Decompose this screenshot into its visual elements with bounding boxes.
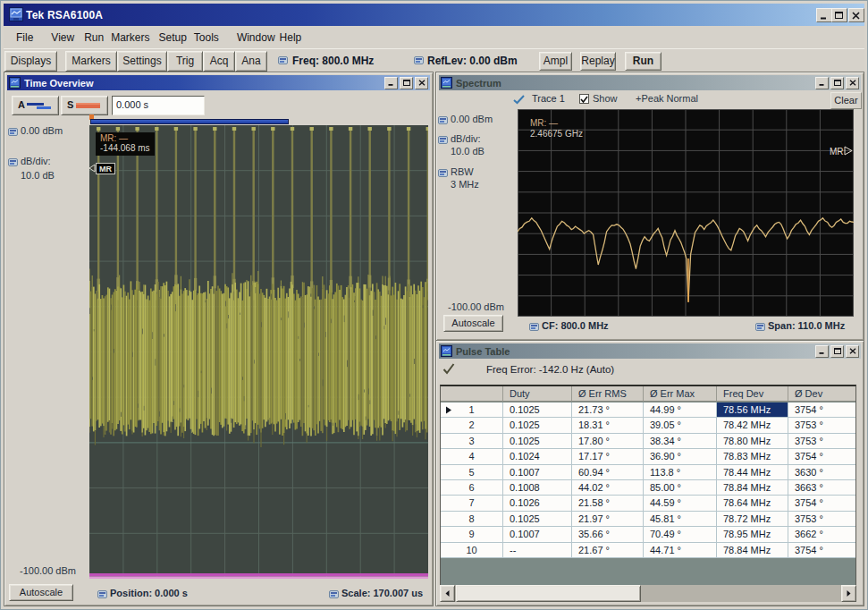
row-number-cell[interactable]: 9 (441, 527, 503, 542)
table-row[interactable]: 20.102518.31 °39.05 °78.42 MHz3753 ° (441, 418, 856, 433)
cell-freq_dev[interactable]: 78.42 MHz (717, 418, 788, 433)
row-number-cell[interactable]: 10 (441, 543, 503, 558)
trace-enabled-check-icon[interactable] (513, 95, 525, 105)
show-checkbox[interactable] (579, 94, 589, 104)
table-row[interactable]: 30.102517.80 °38.34 °78.80 MHz3753 ° (441, 434, 856, 449)
cell-err_max[interactable]: 44.59 ° (644, 496, 717, 511)
row-number-cell[interactable]: 8 (441, 512, 503, 527)
hscroll-left-button[interactable] (440, 585, 455, 602)
pulse-table-maximize-icon[interactable] (830, 345, 844, 358)
cell-duty[interactable]: 0.1025 (503, 434, 572, 449)
cell-freq_dev[interactable]: 78.84 MHz (717, 543, 788, 558)
cell-phase_dev[interactable]: 3630 ° (788, 465, 856, 480)
cf-spin-icon[interactable] (529, 323, 539, 331)
cell-duty[interactable]: -- (503, 543, 572, 558)
scale-readout[interactable]: Scale: 170.007 us (341, 588, 423, 598)
position-readout[interactable]: Position: 0.000 s (110, 588, 188, 598)
sp-autoscale-button[interactable]: Autoscale (443, 315, 503, 332)
cell-err_max[interactable]: 113.8 ° (644, 465, 717, 480)
minimize-button[interactable] (816, 8, 832, 22)
row-number-cell[interactable]: 3 (441, 434, 503, 449)
sp-rbw-spin-icon[interactable] (438, 169, 448, 177)
cell-duty[interactable]: 0.1008 (503, 480, 572, 496)
table-row[interactable]: 90.100735.66 °70.49 °78.95 MHz3662 ° (441, 527, 856, 542)
toolbar-button-markers[interactable]: Markers (65, 51, 117, 72)
cell-freq_dev[interactable]: 78.80 MHz (717, 434, 788, 449)
toolbar-button-displays[interactable]: Displays (4, 51, 57, 72)
menu-item-window[interactable]: Window (237, 31, 275, 44)
close-button[interactable] (848, 8, 864, 22)
cell-err_rms[interactable]: 21.58 ° (572, 496, 644, 511)
time-overview-titlebar[interactable]: Time Overview (7, 75, 430, 90)
cell-err_rms[interactable]: 17.17 ° (572, 449, 644, 464)
cell-err_rms[interactable]: 21.97 ° (572, 512, 644, 527)
column-header-num[interactable] (441, 386, 503, 402)
cell-phase_dev[interactable]: 3753 ° (788, 434, 856, 449)
cell-err_max[interactable]: 70.49 ° (644, 527, 717, 542)
to-dbdiv-spin-icon[interactable] (8, 158, 18, 166)
toolbar-button-replay[interactable]: Replay (580, 52, 616, 71)
cell-phase_dev[interactable]: 3754 ° (788, 449, 856, 464)
table-row[interactable]: 50.100760.94 °113.8 °78.44 MHz3630 ° (441, 465, 856, 480)
cell-err_max[interactable]: 44.99 ° (644, 402, 717, 418)
cell-err_rms[interactable]: 44.02 ° (572, 480, 644, 496)
cell-phase_dev[interactable]: 3663 ° (788, 480, 856, 496)
reflev-spin-icon[interactable] (414, 56, 424, 64)
row-number-cell[interactable]: 4 (441, 449, 503, 464)
cell-duty[interactable]: 0.1025 (503, 402, 572, 418)
toolbar-button-ana[interactable]: Ana (235, 51, 267, 72)
cell-duty[interactable]: 0.1026 (503, 496, 572, 511)
cell-err_max[interactable]: 45.81 ° (644, 512, 717, 527)
column-header-phase_dev[interactable]: Ø Dev (788, 386, 856, 402)
cell-freq_dev[interactable]: 78.72 MHz (717, 512, 788, 527)
position-spin-icon[interactable] (97, 590, 107, 598)
spectrum-titlebar[interactable]: Spectrum (439, 75, 861, 90)
time-overview-minimize-icon[interactable] (384, 77, 398, 89)
sp-toplevel-spin-icon[interactable] (438, 116, 448, 124)
cell-freq_dev[interactable]: 78.56 MHz (717, 402, 788, 418)
toolbar-button-run[interactable]: Run (625, 52, 662, 71)
menu-item-tools[interactable]: Tools (194, 31, 219, 44)
time-position-field[interactable]: 0.000 s (112, 96, 205, 115)
cell-err_rms[interactable]: 21.67 ° (572, 543, 644, 558)
cell-err_rms[interactable]: 18.31 ° (572, 418, 644, 433)
freq-spin-icon[interactable] (278, 56, 288, 64)
toolbar-button-acq[interactable]: Acq (203, 51, 235, 72)
cell-duty[interactable]: 0.1025 (503, 418, 572, 433)
row-number-cell[interactable]: 6 (441, 480, 503, 496)
toolbar-button-settings[interactable]: Settings (117, 51, 167, 72)
column-header-duty[interactable]: Duty (503, 386, 572, 402)
cell-duty[interactable]: 0.1007 (503, 527, 572, 542)
sp-dbdiv-spin-icon[interactable] (438, 136, 448, 144)
to-autoscale-button[interactable]: Autoscale (9, 584, 73, 601)
cell-phase_dev[interactable]: 3662 ° (788, 527, 856, 542)
hscroll-thumb[interactable] (456, 585, 641, 602)
spectrum-time-button[interactable]: S (61, 96, 108, 115)
menu-item-view[interactable]: View (51, 31, 74, 44)
span-spin-icon[interactable] (755, 323, 765, 331)
time-overview-close-icon[interactable] (415, 77, 428, 89)
cell-err_rms[interactable]: 21.73 ° (572, 402, 644, 418)
toolbar-button-ampl[interactable]: Ampl (539, 52, 572, 71)
freq-readout[interactable]: Freq: 800.0 MHz (292, 55, 374, 67)
column-header-err_rms[interactable]: Ø Err RMS (572, 386, 644, 402)
cell-phase_dev[interactable]: 3754 ° (788, 543, 856, 558)
table-row[interactable]: 80.102521.97 °45.81 °78.72 MHz3753 ° (441, 512, 856, 527)
pulse-table-titlebar[interactable]: Pulse Table (439, 343, 861, 359)
maximize-button[interactable] (831, 8, 847, 22)
row-number-cell[interactable]: 2 (441, 418, 503, 433)
cell-err_max[interactable]: 38.34 ° (644, 434, 717, 449)
cell-err_rms[interactable]: 35.66 ° (572, 527, 644, 542)
marker-left-arrow-icon[interactable] (88, 164, 96, 173)
cell-duty[interactable]: 0.1024 (503, 449, 572, 464)
cell-freq_dev[interactable]: 78.64 MHz (717, 496, 788, 511)
cell-freq_dev[interactable]: 78.83 MHz (717, 449, 788, 464)
analysis-time-button[interactable]: A (12, 96, 59, 115)
menu-item-setup[interactable]: Setup (159, 31, 187, 44)
span-readout[interactable]: Span: 110.0 MHz (768, 320, 845, 331)
cell-freq_dev[interactable]: 78.84 MHz (717, 480, 788, 496)
pulse-table-minimize-icon[interactable] (815, 345, 829, 358)
show-checkbox-label[interactable]: Show (593, 93, 618, 104)
menu-item-help[interactable]: Help (280, 31, 302, 44)
spectrum-maximize-icon[interactable] (830, 77, 844, 89)
